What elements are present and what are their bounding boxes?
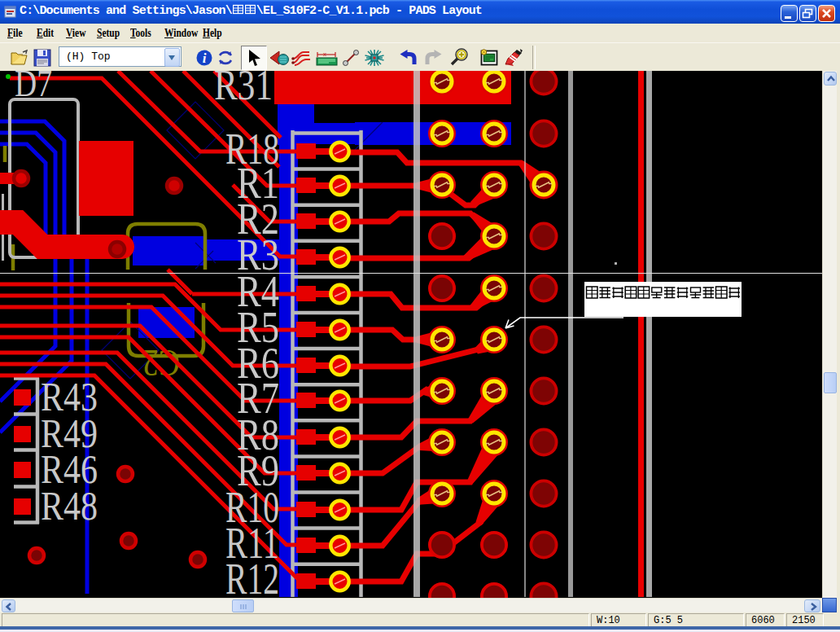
svg-text:i: i (203, 50, 207, 66)
svg-text:R31: R31 (214, 71, 273, 108)
svg-text:D7: D7 (15, 71, 52, 104)
svg-text:x: x (323, 50, 326, 58)
svg-text:R48: R48 (41, 483, 98, 529)
svg-text:R12: R12 (225, 555, 279, 598)
